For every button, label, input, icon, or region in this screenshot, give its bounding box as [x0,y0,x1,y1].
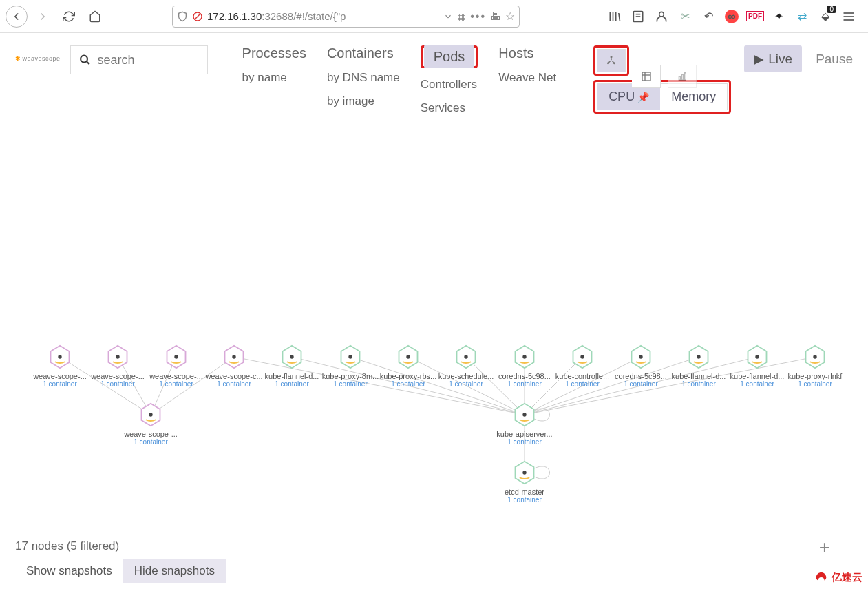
graph-node[interactable]: kube-schedule... 1 container [437,344,495,388]
pdf-icon[interactable]: PDF [748,10,762,23]
node-sublabel: 1 container [670,380,728,388]
svg-rect-14 [642,72,650,81]
svg-point-67 [522,413,526,416]
graph-node[interactable]: coredns-5c98... 1 container [612,344,670,388]
nav-containers-byimage[interactable]: by image [327,94,400,108]
node-shape-icon [512,402,537,427]
crop-icon[interactable]: ✂ [678,10,692,23]
node-sublabel: 1 container [786,380,844,388]
svg-point-57 [639,355,642,358]
nav-processes[interactable]: Processes [242,45,306,61]
sync-icon[interactable]: ⇄ [795,10,809,23]
nav-processes-byname[interactable]: by name [242,71,306,85]
library-icon[interactable] [608,10,622,23]
show-snapshots-button[interactable]: Show snapshots [15,559,123,583]
svg-point-63 [813,355,816,358]
graph-node[interactable]: etcd-master 1 container [496,460,553,504]
graph-node[interactable]: kube-proxy-rbs... 1 container [379,344,437,388]
node-label: coredns-5c98... [496,372,553,380]
blocked-icon [192,11,203,22]
node-sublabel: 1 container [553,380,611,388]
dropdown-icon[interactable] [443,12,453,21]
node-label: kube-controlle... [553,372,611,380]
logo: weavescope [15,55,61,62]
node-shape-icon [512,344,537,369]
infinity-icon[interactable]: ∞ [725,10,739,23]
puzzle-icon[interactable]: ✦ [772,10,785,23]
svg-point-59 [697,355,700,358]
reader-icon[interactable] [631,10,645,23]
graph-node[interactable]: weave-scope-... 1 container [89,344,147,388]
node-sublabel: 1 container [147,380,205,388]
nav-hosts[interactable]: Hosts [498,45,556,61]
forward-button[interactable] [32,6,54,28]
graph-node[interactable]: kube-flannel-d... 1 container [263,344,321,388]
node-sublabel: 1 container [496,496,553,504]
nav-weavenet[interactable]: Weave Net [498,71,556,85]
reload-button[interactable] [58,6,80,28]
graph-edges [0,138,868,548]
svg-point-65 [149,413,152,416]
svg-point-45 [290,355,293,358]
node-label: kube-flannel-d... [670,372,728,380]
node-label: weave-scope-... [122,430,180,438]
graph-node[interactable]: weave-scope-... 1 container [31,344,89,388]
graph-node[interactable]: kube-proxy-8m... 1 container [321,344,379,388]
svg-line-10 [86,61,89,64]
back-button[interactable] [6,6,28,28]
graph-node[interactable]: kube-flannel-d... 1 container [728,344,786,388]
node-label: kube-proxy-rbs... [379,372,437,380]
svg-line-1 [195,14,200,19]
zoom-in-button[interactable]: + [819,537,830,559]
search-input[interactable] [97,53,198,68]
node-sublabel: 1 container [612,380,670,388]
home-button[interactable] [84,6,106,28]
view-graph-button[interactable] [597,49,626,72]
hide-snapshots-button[interactable]: Hide snapshots [123,559,226,583]
account-icon[interactable] [655,10,668,23]
graph-node[interactable]: coredns-5c98... 1 container [496,344,553,388]
nav-pods[interactable]: Pods [424,45,475,68]
node-shape-icon [338,344,363,369]
node-sublabel: 1 container [89,380,147,388]
notifications-icon[interactable]: ⬙0 [818,10,832,23]
app-header: weavescope Processes by name Containers … [0,33,868,115]
graph-node[interactable]: kube-flannel-d... 1 container [670,344,728,388]
more-icon[interactable]: ••• [470,10,486,23]
node-sublabel: 1 container [263,380,321,388]
nav-containers[interactable]: Containers [327,45,400,61]
menu-button[interactable] [842,10,856,23]
graph-node[interactable]: kube-controlle... 1 container [553,344,611,388]
graph-node[interactable]: kube-apiserver... 1 container [496,402,553,446]
star-icon[interactable]: ☆ [505,10,515,23]
watermark: 亿速云 [814,570,862,585]
graph-node[interactable]: weave-scope-... 1 container [147,344,205,388]
graph-canvas[interactable]: weave-scope-... 1 container weave-scope-… [0,138,868,548]
pause-button[interactable]: Pause [816,52,853,67]
view-resource-button[interactable] [668,65,697,88]
node-sublabel: 1 container [728,380,786,388]
node-shape-icon [396,344,421,369]
nav-containers-bydns[interactable]: by DNS name [327,71,400,85]
node-sublabel: 1 container [31,380,89,388]
qr-icon[interactable]: ▦ [457,11,466,22]
pin-icon: 📌 [637,92,649,103]
live-button[interactable]: ▶ Live [744,45,802,72]
svg-point-43 [232,355,235,358]
undo-icon[interactable]: ↶ [701,10,715,23]
printer-icon[interactable]: 🖶 [490,10,501,23]
search-box[interactable] [70,45,208,74]
node-shape-icon [279,344,304,369]
graph-node[interactable]: weave-scope-c... 1 container [205,344,263,388]
url-bar[interactable]: 172.16.1.30:32688/#!/state/{"p ▦ ••• 🖶 ☆ [172,6,520,28]
nav-controllers[interactable]: Controllers [421,78,478,92]
node-label: kube-apiserver... [496,430,553,438]
graph-node[interactable]: kube-proxy-rlnkf 1 container [786,344,844,388]
node-label: coredns-5c98... [612,372,670,380]
view-table-button[interactable] [632,65,661,88]
graph-node[interactable]: weave-scope-... 1 container [122,402,180,446]
browser-toolbar: 172.16.1.30:32688/#!/state/{"p ▦ ••• 🖶 ☆… [0,0,868,33]
node-shape-icon [686,344,711,369]
nav-services[interactable]: Services [421,101,478,115]
svg-point-41 [174,355,178,358]
